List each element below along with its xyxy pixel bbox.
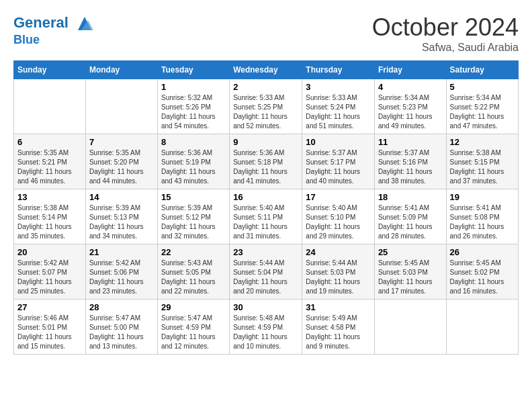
day-number: 17 — [306, 192, 371, 202]
logo-icon — [75, 13, 95, 34]
calendar-cell: 1Sunrise: 5:32 AMSunset: 5:26 PMDaylight… — [157, 79, 229, 134]
title-block: October 2024 Safwa, Saudi Arabia — [372, 13, 519, 54]
day-number: 30 — [233, 302, 298, 312]
day-info: Sunrise: 5:32 AMSunset: 5:26 PMDaylight:… — [161, 93, 226, 131]
day-info: Sunrise: 5:40 AMSunset: 5:10 PMDaylight:… — [306, 203, 371, 241]
day-number: 23 — [233, 247, 298, 257]
calendar-cell — [14, 79, 86, 134]
day-number: 16 — [233, 192, 298, 202]
calendar-week-row: 27Sunrise: 5:46 AMSunset: 5:01 PMDayligh… — [14, 300, 519, 355]
day-number: 22 — [161, 247, 226, 257]
calendar-table: SundayMondayTuesdayWednesdayThursdayFrid… — [13, 60, 519, 355]
day-info: Sunrise: 5:41 AMSunset: 5:08 PMDaylight:… — [450, 203, 515, 241]
logo-blue: Blue — [13, 34, 95, 47]
day-info: Sunrise: 5:47 AMSunset: 5:00 PMDaylight:… — [89, 314, 154, 351]
calendar-cell — [85, 79, 157, 134]
day-info: Sunrise: 5:44 AMSunset: 5:04 PMDaylight:… — [233, 259, 298, 296]
calendar-cell: 26Sunrise: 5:45 AMSunset: 5:02 PMDayligh… — [446, 244, 518, 300]
calendar-header: SundayMondayTuesdayWednesdayThursdayFrid… — [14, 61, 519, 79]
calendar-cell: 14Sunrise: 5:39 AMSunset: 5:13 PMDayligh… — [85, 189, 157, 244]
calendar-cell: 12Sunrise: 5:38 AMSunset: 5:15 PMDayligh… — [446, 134, 518, 189]
day-info: Sunrise: 5:38 AMSunset: 5:15 PMDaylight:… — [450, 148, 515, 186]
day-number: 31 — [306, 302, 371, 312]
day-number: 19 — [450, 192, 515, 202]
day-info: Sunrise: 5:39 AMSunset: 5:13 PMDaylight:… — [89, 203, 154, 241]
weekday-header: Friday — [374, 61, 446, 79]
calendar-cell: 24Sunrise: 5:44 AMSunset: 5:03 PMDayligh… — [302, 244, 375, 300]
day-number: 25 — [378, 247, 443, 257]
calendar-cell: 23Sunrise: 5:44 AMSunset: 5:04 PMDayligh… — [230, 244, 302, 300]
day-number: 20 — [17, 247, 82, 257]
day-info: Sunrise: 5:34 AMSunset: 5:22 PMDaylight:… — [450, 93, 515, 131]
day-info: Sunrise: 5:45 AMSunset: 5:03 PMDaylight:… — [378, 259, 443, 296]
weekday-header: Tuesday — [157, 61, 229, 79]
day-number: 24 — [306, 247, 371, 257]
calendar-week-row: 13Sunrise: 5:38 AMSunset: 5:14 PMDayligh… — [14, 189, 519, 244]
day-number: 13 — [17, 192, 82, 202]
day-info: Sunrise: 5:42 AMSunset: 5:06 PMDaylight:… — [89, 259, 154, 296]
calendar-cell: 30Sunrise: 5:48 AMSunset: 4:59 PMDayligh… — [230, 300, 302, 355]
day-info: Sunrise: 5:44 AMSunset: 5:03 PMDaylight:… — [306, 259, 371, 296]
day-info: Sunrise: 5:33 AMSunset: 5:24 PMDaylight:… — [306, 93, 371, 131]
day-info: Sunrise: 5:38 AMSunset: 5:14 PMDaylight:… — [17, 203, 82, 241]
day-number: 10 — [306, 137, 371, 147]
weekday-header: Thursday — [302, 61, 375, 79]
day-number: 1 — [161, 82, 226, 92]
weekday-header: Sunday — [14, 61, 86, 79]
calendar-cell: 8Sunrise: 5:36 AMSunset: 5:19 PMDaylight… — [157, 134, 229, 189]
day-info: Sunrise: 5:43 AMSunset: 5:05 PMDaylight:… — [161, 259, 226, 296]
day-number: 27 — [17, 302, 82, 312]
day-info: Sunrise: 5:39 AMSunset: 5:12 PMDaylight:… — [161, 203, 226, 241]
weekday-header: Saturday — [446, 61, 518, 79]
day-number: 26 — [450, 247, 515, 257]
location-subtitle: Safwa, Saudi Arabia — [372, 42, 519, 54]
calendar-body: 1Sunrise: 5:32 AMSunset: 5:26 PMDaylight… — [14, 79, 519, 355]
calendar-week-row: 20Sunrise: 5:42 AMSunset: 5:07 PMDayligh… — [14, 244, 519, 300]
day-number: 9 — [233, 137, 298, 147]
logo-text: General — [13, 13, 95, 34]
calendar-cell: 10Sunrise: 5:37 AMSunset: 5:17 PMDayligh… — [302, 134, 375, 189]
calendar-cell: 21Sunrise: 5:42 AMSunset: 5:06 PMDayligh… — [85, 244, 157, 300]
day-info: Sunrise: 5:45 AMSunset: 5:02 PMDaylight:… — [450, 259, 515, 296]
day-info: Sunrise: 5:36 AMSunset: 5:18 PMDaylight:… — [233, 148, 298, 186]
calendar-cell: 29Sunrise: 5:47 AMSunset: 4:59 PMDayligh… — [157, 300, 229, 355]
calendar-cell: 20Sunrise: 5:42 AMSunset: 5:07 PMDayligh… — [14, 244, 86, 300]
day-info: Sunrise: 5:46 AMSunset: 5:01 PMDaylight:… — [17, 314, 82, 351]
page-header: General Blue October 2024 Safwa, Saudi A… — [13, 13, 519, 54]
day-number: 2 — [233, 82, 298, 92]
day-info: Sunrise: 5:34 AMSunset: 5:23 PMDaylight:… — [378, 93, 443, 131]
calendar-cell: 9Sunrise: 5:36 AMSunset: 5:18 PMDaylight… — [230, 134, 302, 189]
calendar-cell — [374, 300, 446, 355]
day-number: 8 — [161, 137, 226, 147]
calendar-cell: 6Sunrise: 5:35 AMSunset: 5:21 PMDaylight… — [14, 134, 86, 189]
day-info: Sunrise: 5:47 AMSunset: 4:59 PMDaylight:… — [161, 314, 226, 351]
day-info: Sunrise: 5:48 AMSunset: 4:59 PMDaylight:… — [233, 314, 298, 351]
day-number: 3 — [306, 82, 371, 92]
calendar-cell: 22Sunrise: 5:43 AMSunset: 5:05 PMDayligh… — [157, 244, 229, 300]
calendar-cell: 25Sunrise: 5:45 AMSunset: 5:03 PMDayligh… — [374, 244, 446, 300]
day-number: 6 — [17, 137, 82, 147]
logo: General Blue — [13, 13, 95, 47]
day-number: 15 — [161, 192, 226, 202]
day-info: Sunrise: 5:41 AMSunset: 5:09 PMDaylight:… — [378, 203, 443, 241]
day-info: Sunrise: 5:35 AMSunset: 5:21 PMDaylight:… — [17, 148, 82, 186]
day-info: Sunrise: 5:35 AMSunset: 5:20 PMDaylight:… — [89, 148, 154, 186]
day-number: 11 — [378, 137, 443, 147]
day-info: Sunrise: 5:36 AMSunset: 5:19 PMDaylight:… — [161, 148, 226, 186]
month-title: October 2024 — [372, 13, 519, 42]
day-number: 28 — [89, 302, 154, 312]
calendar-cell: 17Sunrise: 5:40 AMSunset: 5:10 PMDayligh… — [302, 189, 375, 244]
day-number: 5 — [450, 82, 515, 92]
day-info: Sunrise: 5:42 AMSunset: 5:07 PMDaylight:… — [17, 259, 82, 296]
day-number: 29 — [161, 302, 226, 312]
calendar-cell: 7Sunrise: 5:35 AMSunset: 5:20 PMDaylight… — [85, 134, 157, 189]
calendar-cell: 15Sunrise: 5:39 AMSunset: 5:12 PMDayligh… — [157, 189, 229, 244]
header-row: SundayMondayTuesdayWednesdayThursdayFrid… — [14, 61, 519, 79]
calendar-cell: 11Sunrise: 5:37 AMSunset: 5:16 PMDayligh… — [374, 134, 446, 189]
day-number: 4 — [378, 82, 443, 92]
day-info: Sunrise: 5:49 AMSunset: 4:58 PMDaylight:… — [306, 314, 371, 351]
calendar-cell: 13Sunrise: 5:38 AMSunset: 5:14 PMDayligh… — [14, 189, 86, 244]
day-info: Sunrise: 5:37 AMSunset: 5:17 PMDaylight:… — [306, 148, 371, 186]
calendar-cell: 2Sunrise: 5:33 AMSunset: 5:25 PMDaylight… — [230, 79, 302, 134]
calendar-cell: 18Sunrise: 5:41 AMSunset: 5:09 PMDayligh… — [374, 189, 446, 244]
